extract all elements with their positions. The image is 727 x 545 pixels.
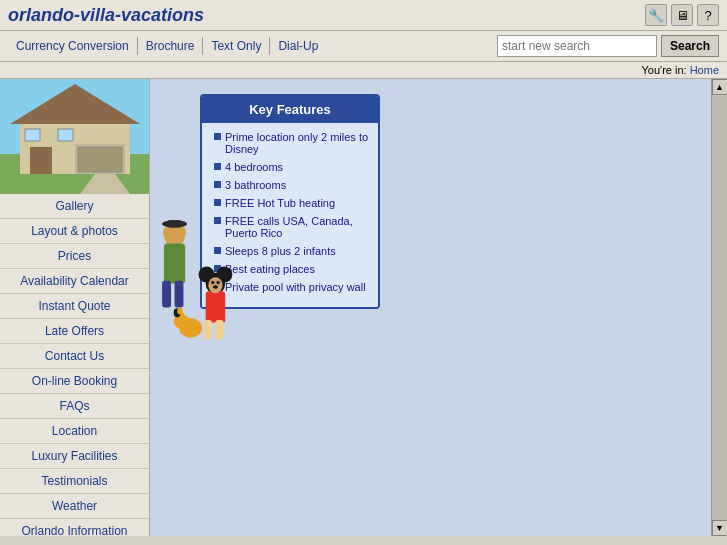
sidebar: Gallery Layout & photos Prices Availabil…: [0, 79, 150, 536]
feature-text: FREE calls USA, Canada, Puerto Rico: [225, 215, 370, 239]
feature-text: 4 bedrooms: [225, 161, 283, 173]
monitor-icon[interactable]: 🖥: [671, 4, 693, 26]
sidebar-item-online-booking[interactable]: On-line Booking: [0, 369, 149, 394]
svg-rect-11: [164, 243, 185, 283]
top-icons: 🔧 🖥 ?: [645, 4, 719, 26]
list-item: Private pool with privacy wall: [214, 281, 370, 293]
svg-point-26: [216, 281, 220, 285]
svg-rect-6: [30, 147, 52, 174]
sidebar-item-gallery[interactable]: Gallery: [0, 194, 149, 219]
main-content: Gallery Layout & photos Prices Availabil…: [0, 79, 727, 536]
svg-point-27: [213, 285, 218, 289]
svg-point-15: [175, 226, 186, 240]
nav-text-only[interactable]: Text Only: [203, 37, 270, 55]
svg-point-25: [211, 281, 215, 285]
sidebar-item-location[interactable]: Location: [0, 419, 149, 444]
svg-rect-21: [215, 320, 223, 340]
sidebar-item-instant-quote[interactable]: Instant Quote: [0, 294, 149, 319]
nav-dial-up[interactable]: Dial-Up: [270, 37, 326, 55]
feature-text: Sleeps 8 plus 2 infants: [225, 245, 336, 257]
key-features-header: Key Features: [202, 96, 378, 123]
bullet-icon: [214, 199, 221, 206]
sidebar-item-weather[interactable]: Weather: [0, 494, 149, 519]
sidebar-item-contact-us[interactable]: Contact Us: [0, 344, 149, 369]
scroll-down-button[interactable]: ▼: [712, 520, 728, 536]
nav-bar: Currency Conversion Brochure Text Only D…: [0, 31, 727, 62]
sidebar-item-testimonials[interactable]: Testimonials: [0, 469, 149, 494]
sidebar-item-luxury-facilities[interactable]: Luxury Facilities: [0, 444, 149, 469]
help-icon[interactable]: ?: [697, 4, 719, 26]
scroll-up-button[interactable]: ▲: [712, 79, 728, 95]
list-item: FREE calls USA, Canada, Puerto Rico: [214, 215, 370, 239]
top-bar: orlando-villa-vacations 🔧 🖥 ?: [0, 0, 727, 31]
cartoon-characters: [155, 219, 235, 349]
list-item: 3 bathrooms: [214, 179, 370, 191]
svg-rect-17: [167, 220, 181, 227]
list-item: 4 bedrooms: [214, 161, 370, 173]
sidebar-item-layout-photos[interactable]: Layout & photos: [0, 219, 149, 244]
svg-rect-13: [175, 281, 184, 308]
bullet-icon: [214, 163, 221, 170]
nav-brochure[interactable]: Brochure: [138, 37, 204, 55]
svg-rect-8: [58, 129, 73, 141]
sidebar-nav: Gallery Layout & photos Prices Availabil…: [0, 194, 149, 536]
search-input[interactable]: [497, 35, 657, 57]
feature-text: Best eating places: [225, 263, 315, 275]
content-area: Key Features Prime location only 2 miles…: [150, 79, 711, 536]
list-item: Sleeps 8 plus 2 infants: [214, 245, 370, 257]
svg-point-32: [177, 307, 182, 314]
list-item: FREE Hot Tub heating: [214, 197, 370, 209]
site-title: orlando-villa-vacations: [8, 5, 204, 26]
list-item: Prime location only 2 miles to Disney: [214, 131, 370, 155]
nav-currency-conversion[interactable]: Currency Conversion: [8, 37, 138, 55]
sidebar-item-availability-calendar[interactable]: Availability Calendar: [0, 269, 149, 294]
feature-text: Prime location only 2 miles to Disney: [225, 131, 370, 155]
feature-text: FREE Hot Tub heating: [225, 197, 335, 209]
svg-rect-5: [78, 147, 122, 172]
svg-rect-19: [206, 291, 226, 322]
you-are-in-bar: You're in: Home: [0, 62, 727, 79]
feature-text: 3 bathrooms: [225, 179, 286, 191]
sidebar-item-prices[interactable]: Prices: [0, 244, 149, 269]
list-item: Best eating places: [214, 263, 370, 275]
svg-rect-7: [25, 129, 40, 141]
tools-icon[interactable]: 🔧: [645, 4, 667, 26]
svg-rect-20: [204, 320, 212, 340]
sidebar-item-orlando-information[interactable]: Orlando Information: [0, 519, 149, 536]
scroll-track[interactable]: [712, 95, 728, 520]
sidebar-house-image: [0, 79, 150, 194]
nav-links: Currency Conversion Brochure Text Only D…: [8, 37, 497, 55]
search-button[interactable]: Search: [661, 35, 719, 57]
bullet-icon: [214, 133, 221, 140]
sidebar-item-faqs[interactable]: FAQs: [0, 394, 149, 419]
feature-text: Private pool with privacy wall: [225, 281, 366, 293]
svg-point-14: [163, 226, 174, 240]
svg-rect-12: [162, 281, 171, 308]
you-are-in-label: You're in:: [641, 64, 686, 76]
bullet-icon: [214, 181, 221, 188]
search-area: Search: [497, 35, 719, 57]
scrollbar-right: ▲ ▼: [711, 79, 727, 536]
home-link[interactable]: Home: [690, 64, 719, 76]
sidebar-item-late-offers[interactable]: Late Offers: [0, 319, 149, 344]
